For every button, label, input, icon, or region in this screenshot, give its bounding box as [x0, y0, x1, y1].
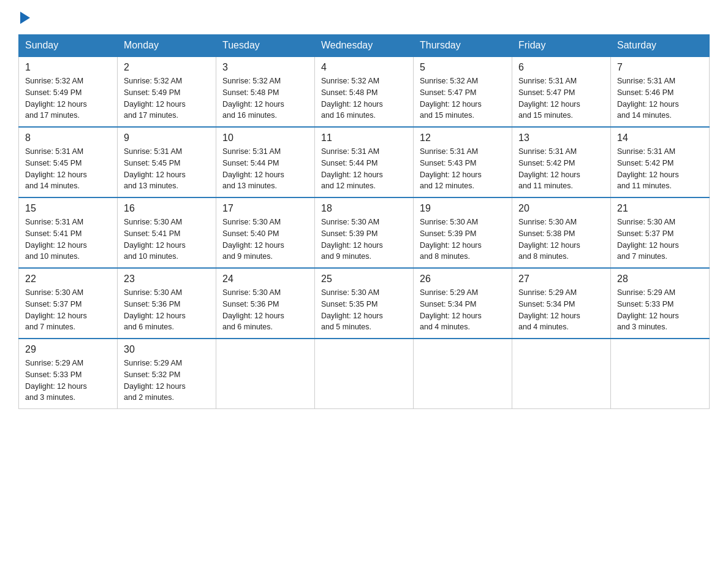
calendar-day-cell: 24 Sunrise: 5:30 AM Sunset: 5:36 PM Dayl…	[216, 268, 315, 339]
day-info: Sunrise: 5:29 AM Sunset: 5:34 PM Dayligh…	[420, 287, 506, 333]
day-number: 10	[222, 132, 308, 144]
day-number: 19	[420, 203, 506, 214]
day-number: 5	[420, 62, 506, 73]
day-number: 18	[321, 203, 407, 214]
day-number: 28	[617, 274, 703, 285]
calendar-day-cell: 29 Sunrise: 5:29 AM Sunset: 5:33 PM Dayl…	[19, 339, 118, 409]
calendar-day-cell: 30 Sunrise: 5:29 AM Sunset: 5:32 PM Dayl…	[118, 339, 216, 409]
day-info: Sunrise: 5:29 AM Sunset: 5:33 PM Dayligh…	[617, 287, 703, 333]
day-number: 22	[25, 274, 111, 285]
calendar-day-cell	[512, 339, 611, 409]
header-row: SundayMondayTuesdayWednesdayThursdayFrid…	[19, 35, 710, 57]
calendar-day-cell: 21 Sunrise: 5:30 AM Sunset: 5:37 PM Dayl…	[611, 197, 710, 268]
calendar-day-cell: 7 Sunrise: 5:31 AM Sunset: 5:46 PM Dayli…	[611, 56, 710, 127]
day-info: Sunrise: 5:31 AM Sunset: 5:46 PM Dayligh…	[617, 75, 703, 121]
day-info: Sunrise: 5:30 AM Sunset: 5:35 PM Dayligh…	[321, 287, 407, 333]
logo	[18, 12, 30, 25]
calendar-day-cell: 13 Sunrise: 5:31 AM Sunset: 5:42 PM Dayl…	[512, 127, 611, 197]
day-info: Sunrise: 5:29 AM Sunset: 5:33 PM Dayligh…	[25, 358, 111, 404]
day-info: Sunrise: 5:31 AM Sunset: 5:42 PM Dayligh…	[617, 146, 703, 192]
calendar-day-cell: 5 Sunrise: 5:32 AM Sunset: 5:47 PM Dayli…	[414, 56, 512, 127]
day-number: 23	[124, 274, 210, 285]
day-of-week-header: Wednesday	[315, 35, 414, 57]
day-number: 21	[617, 203, 703, 214]
day-info: Sunrise: 5:32 AM Sunset: 5:48 PM Dayligh…	[321, 75, 407, 121]
day-number: 30	[124, 344, 210, 355]
calendar-day-cell: 8 Sunrise: 5:31 AM Sunset: 5:45 PM Dayli…	[19, 127, 118, 197]
calendar-day-cell: 28 Sunrise: 5:29 AM Sunset: 5:33 PM Dayl…	[611, 268, 710, 339]
day-info: Sunrise: 5:30 AM Sunset: 5:36 PM Dayligh…	[124, 287, 210, 333]
calendar-week-row: 22 Sunrise: 5:30 AM Sunset: 5:37 PM Dayl…	[19, 268, 710, 339]
day-number: 24	[222, 274, 308, 285]
calendar-day-cell: 20 Sunrise: 5:30 AM Sunset: 5:38 PM Dayl…	[512, 197, 611, 268]
day-number: 9	[124, 132, 210, 144]
day-info: Sunrise: 5:30 AM Sunset: 5:39 PM Dayligh…	[420, 216, 506, 262]
day-info: Sunrise: 5:29 AM Sunset: 5:34 PM Dayligh…	[518, 287, 604, 333]
day-number: 11	[321, 132, 407, 144]
day-number: 14	[617, 132, 703, 144]
calendar-week-row: 15 Sunrise: 5:31 AM Sunset: 5:41 PM Dayl…	[19, 197, 710, 268]
day-number: 26	[420, 274, 506, 285]
day-of-week-header: Thursday	[414, 35, 512, 57]
day-number: 16	[124, 203, 210, 214]
calendar-day-cell: 11 Sunrise: 5:31 AM Sunset: 5:44 PM Dayl…	[315, 127, 414, 197]
day-number: 1	[25, 62, 111, 73]
day-number: 27	[518, 274, 604, 285]
calendar-week-row: 1 Sunrise: 5:32 AM Sunset: 5:49 PM Dayli…	[19, 56, 710, 127]
calendar-day-cell: 1 Sunrise: 5:32 AM Sunset: 5:49 PM Dayli…	[19, 56, 118, 127]
calendar-week-row: 8 Sunrise: 5:31 AM Sunset: 5:45 PM Dayli…	[19, 127, 710, 197]
calendar-day-cell: 18 Sunrise: 5:30 AM Sunset: 5:39 PM Dayl…	[315, 197, 414, 268]
day-of-week-header: Friday	[512, 35, 611, 57]
calendar-day-cell: 4 Sunrise: 5:32 AM Sunset: 5:48 PM Dayli…	[315, 56, 414, 127]
day-number: 12	[420, 132, 506, 144]
day-number: 20	[518, 203, 604, 214]
day-number: 8	[25, 132, 111, 144]
day-info: Sunrise: 5:32 AM Sunset: 5:49 PM Dayligh…	[124, 75, 210, 121]
day-number: 3	[222, 62, 308, 73]
page-header	[18, 12, 710, 25]
calendar-day-cell: 17 Sunrise: 5:30 AM Sunset: 5:40 PM Dayl…	[216, 197, 315, 268]
day-info: Sunrise: 5:30 AM Sunset: 5:36 PM Dayligh…	[222, 287, 308, 333]
day-info: Sunrise: 5:31 AM Sunset: 5:43 PM Dayligh…	[420, 146, 506, 192]
day-info: Sunrise: 5:30 AM Sunset: 5:39 PM Dayligh…	[321, 216, 407, 262]
calendar-day-cell: 9 Sunrise: 5:31 AM Sunset: 5:45 PM Dayli…	[118, 127, 216, 197]
calendar-day-cell: 26 Sunrise: 5:29 AM Sunset: 5:34 PM Dayl…	[414, 268, 512, 339]
day-info: Sunrise: 5:31 AM Sunset: 5:45 PM Dayligh…	[25, 146, 111, 192]
day-info: Sunrise: 5:31 AM Sunset: 5:44 PM Dayligh…	[321, 146, 407, 192]
day-number: 2	[124, 62, 210, 73]
day-number: 25	[321, 274, 407, 285]
day-number: 15	[25, 203, 111, 214]
calendar-table: SundayMondayTuesdayWednesdayThursdayFrid…	[18, 34, 710, 409]
calendar-day-cell	[414, 339, 512, 409]
calendar-week-row: 29 Sunrise: 5:29 AM Sunset: 5:33 PM Dayl…	[19, 339, 710, 409]
calendar-day-cell	[611, 339, 710, 409]
calendar-day-cell: 16 Sunrise: 5:30 AM Sunset: 5:41 PM Dayl…	[118, 197, 216, 268]
calendar-day-cell: 19 Sunrise: 5:30 AM Sunset: 5:39 PM Dayl…	[414, 197, 512, 268]
day-info: Sunrise: 5:32 AM Sunset: 5:49 PM Dayligh…	[25, 75, 111, 121]
calendar-day-cell: 23 Sunrise: 5:30 AM Sunset: 5:36 PM Dayl…	[118, 268, 216, 339]
day-info: Sunrise: 5:31 AM Sunset: 5:41 PM Dayligh…	[25, 216, 111, 262]
calendar-day-cell: 2 Sunrise: 5:32 AM Sunset: 5:49 PM Dayli…	[118, 56, 216, 127]
day-number: 4	[321, 62, 407, 73]
calendar-day-cell: 22 Sunrise: 5:30 AM Sunset: 5:37 PM Dayl…	[19, 268, 118, 339]
day-number: 6	[518, 62, 604, 73]
calendar-day-cell: 6 Sunrise: 5:31 AM Sunset: 5:47 PM Dayli…	[512, 56, 611, 127]
day-of-week-header: Saturday	[611, 35, 710, 57]
calendar-day-cell	[216, 339, 315, 409]
calendar-day-cell: 3 Sunrise: 5:32 AM Sunset: 5:48 PM Dayli…	[216, 56, 315, 127]
day-number: 13	[518, 132, 604, 144]
calendar-day-cell: 12 Sunrise: 5:31 AM Sunset: 5:43 PM Dayl…	[414, 127, 512, 197]
calendar-day-cell	[315, 339, 414, 409]
day-number: 7	[617, 62, 703, 73]
logo-arrow-icon	[20, 12, 30, 24]
day-info: Sunrise: 5:30 AM Sunset: 5:37 PM Dayligh…	[25, 287, 111, 333]
day-info: Sunrise: 5:30 AM Sunset: 5:37 PM Dayligh…	[617, 216, 703, 262]
calendar-day-cell: 10 Sunrise: 5:31 AM Sunset: 5:44 PM Dayl…	[216, 127, 315, 197]
day-info: Sunrise: 5:30 AM Sunset: 5:38 PM Dayligh…	[518, 216, 604, 262]
day-info: Sunrise: 5:31 AM Sunset: 5:44 PM Dayligh…	[222, 146, 308, 192]
calendar-day-cell: 27 Sunrise: 5:29 AM Sunset: 5:34 PM Dayl…	[512, 268, 611, 339]
day-info: Sunrise: 5:31 AM Sunset: 5:45 PM Dayligh…	[124, 146, 210, 192]
day-of-week-header: Tuesday	[216, 35, 315, 57]
day-number: 17	[222, 203, 308, 214]
day-of-week-header: Sunday	[19, 35, 118, 57]
